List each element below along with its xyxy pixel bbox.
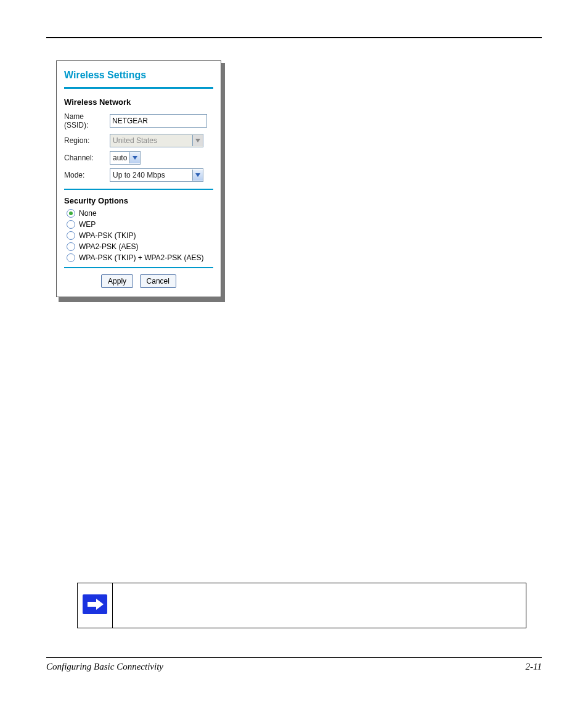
chevron-down-icon — [129, 152, 140, 163]
svg-marker-2 — [195, 173, 200, 177]
security-option-wpa-psk-tkip[interactable]: WPA-PSK (TKIP) — [67, 231, 213, 240]
region-select: United States — [110, 134, 203, 147]
apply-button[interactable]: Apply — [101, 274, 133, 288]
radio-icon — [67, 253, 75, 262]
channel-value: auto — [110, 152, 129, 163]
panel-title: Wireless Settings — [64, 70, 213, 81]
divider — [64, 267, 213, 268]
top-horizontal-rule — [46, 37, 542, 38]
security-options-label: Security Options — [64, 196, 213, 205]
footer-left: Configuring Basic Connectivity — [46, 662, 163, 672]
wireless-network-form: Name (SSID): Region: United States — [64, 110, 210, 184]
radio-icon — [67, 231, 75, 240]
chevron-down-icon — [192, 170, 203, 181]
svg-marker-1 — [133, 156, 137, 160]
button-row: Apply Cancel — [64, 274, 213, 288]
mode-value: Up to 240 Mbps — [110, 170, 192, 181]
option-label: None — [79, 209, 97, 218]
region-value: United States — [110, 135, 192, 146]
radio-icon — [67, 220, 75, 229]
wireless-network-label: Wireless Network — [64, 97, 213, 107]
option-label: WPA-PSK (TKIP) — [79, 231, 136, 240]
option-label: WPA-PSK (TKIP) + WPA2-PSK (AES) — [79, 253, 204, 262]
page-footer: Configuring Basic Connectivity 2-11 — [46, 657, 542, 672]
footer-rule — [46, 657, 542, 658]
svg-marker-3 — [88, 599, 104, 610]
mode-label: Mode: — [64, 166, 110, 184]
security-option-wpa2-psk-aes[interactable]: WPA2-PSK (AES) — [67, 242, 213, 251]
panel-shadow: Wireless Settings Wireless Network Name … — [59, 63, 225, 302]
arrow-right-icon — [83, 594, 107, 614]
channel-select[interactable]: auto — [110, 151, 141, 165]
page: Wireless Settings Wireless Network Name … — [0, 0, 588, 706]
security-option-wep[interactable]: WEP — [67, 220, 213, 229]
divider — [64, 189, 213, 190]
security-option-wpa-mixed[interactable]: WPA-PSK (TKIP) + WPA2-PSK (AES) — [67, 253, 213, 262]
security-option-none[interactable]: None — [67, 209, 213, 218]
wireless-settings-panel: Wireless Settings Wireless Network Name … — [56, 60, 221, 297]
ssid-input[interactable] — [110, 114, 207, 128]
cancel-button[interactable]: Cancel — [140, 274, 176, 288]
divider — [64, 87, 213, 89]
note-box — [77, 583, 526, 628]
option-label: WPA2-PSK (AES) — [79, 242, 138, 251]
channel-label: Channel: — [64, 149, 110, 166]
radio-icon — [67, 242, 75, 251]
option-label: WEP — [79, 220, 96, 229]
chevron-down-icon — [192, 135, 203, 146]
ssid-label: Name (SSID): — [64, 110, 110, 132]
security-options-group: None WEP WPA-PSK (TKIP) WPA2-PSK (AES) W… — [67, 209, 213, 262]
footer-right: 2-11 — [526, 662, 542, 672]
region-label: Region: — [64, 132, 110, 149]
note-body — [113, 583, 526, 628]
radio-icon — [67, 209, 75, 218]
mode-select[interactable]: Up to 240 Mbps — [110, 168, 203, 182]
svg-marker-0 — [195, 139, 200, 142]
note-icon-cell — [78, 583, 113, 628]
